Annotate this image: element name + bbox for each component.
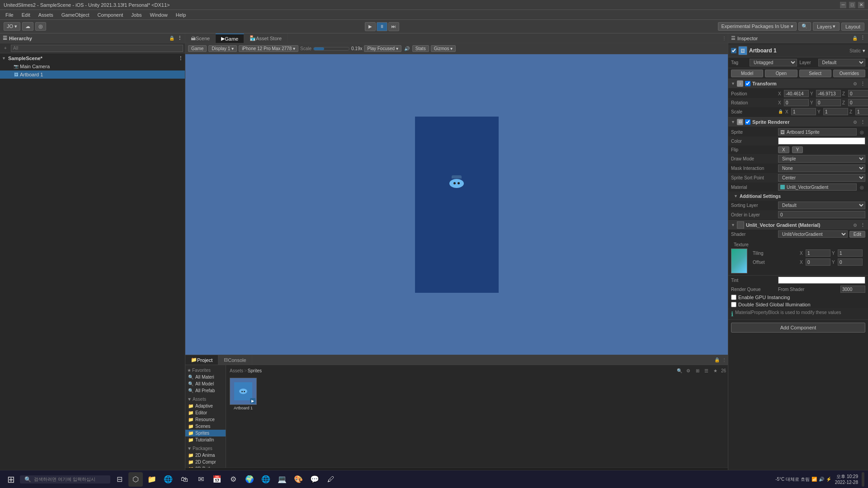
layout-dropdown[interactable]: Layout bbox=[841, 23, 864, 31]
menu-component[interactable]: Component bbox=[94, 11, 127, 19]
material-section-settings-icon[interactable]: ⚙ bbox=[851, 221, 859, 229]
taskbar-store-icon[interactable]: 🛍 bbox=[177, 472, 192, 487]
add-component-btn[interactable]: Add Component bbox=[731, 323, 865, 333]
order-in-layer-input[interactable] bbox=[778, 211, 865, 218]
shader-dropdown[interactable]: Unlit/VectorGradient bbox=[778, 230, 848, 238]
sprite-field[interactable]: 🖼 Artboard 1Sprite bbox=[778, 128, 857, 136]
rot-z-input[interactable] bbox=[848, 99, 868, 106]
stats-btn[interactable]: Stats bbox=[412, 45, 429, 52]
menu-edit[interactable]: Edit bbox=[18, 11, 34, 19]
menu-assets[interactable]: Assets bbox=[35, 11, 57, 19]
scale-x-input[interactable] bbox=[791, 108, 816, 115]
jo-dropdown[interactable]: JO ▾ bbox=[4, 22, 20, 31]
taskbar-earth-icon[interactable]: 🌍 bbox=[242, 472, 257, 487]
cloud-btn[interactable]: ☁ bbox=[22, 22, 33, 31]
play-focused-dropdown[interactable]: Play Focused ▾ bbox=[364, 45, 401, 52]
material-section-header[interactable]: ▼ Unlit_Vector Gradient (Material) ⚙ ⋮ bbox=[728, 221, 868, 230]
taskbar-mail-icon[interactable]: ✉ bbox=[193, 472, 208, 487]
transform-header[interactable]: ▼ ↕ Transform ⚙ ⋮ bbox=[728, 79, 868, 88]
display-dropdown[interactable]: Display 1 ▾ bbox=[208, 45, 237, 52]
hierarchy-search[interactable] bbox=[11, 45, 183, 52]
sidebar-2d-anim[interactable]: 📁 2D Anima bbox=[185, 452, 226, 459]
rot-y-input[interactable] bbox=[816, 99, 841, 106]
game-tab[interactable]: ▶ Game bbox=[216, 33, 244, 43]
scene-panel-menu[interactable]: ⋮ bbox=[721, 35, 728, 42]
offset-y-input[interactable] bbox=[838, 258, 863, 266]
taskbar-settings-icon[interactable]: ⚙ bbox=[226, 472, 241, 487]
inspector-lock-btn[interactable]: 🔒 bbox=[851, 35, 859, 42]
sidebar-all-materials[interactable]: 🔍 All Materi bbox=[185, 374, 226, 380]
rot-x-input[interactable] bbox=[784, 99, 809, 106]
scene-tab[interactable]: 🏔 Scene bbox=[185, 33, 216, 43]
overrides-btn[interactable]: Overrides bbox=[833, 70, 865, 77]
sidebar-packages-header[interactable]: ▼ Packages bbox=[185, 445, 226, 452]
hierarchy-artboard-item[interactable]: 🖼 Artboard 1 bbox=[0, 70, 185, 79]
menu-help[interactable]: Help bbox=[172, 11, 190, 19]
hierarchy-lock-btn[interactable]: 🔒 bbox=[168, 35, 175, 42]
transform-settings-icon[interactable]: ⚙ bbox=[851, 80, 859, 87]
sprite-renderer-header[interactable]: ▼ 🖼 Sprite Renderer ⚙ ⋮ bbox=[728, 117, 868, 127]
double-sided-gi-checkbox[interactable] bbox=[731, 302, 736, 307]
material-field[interactable]: Unlit_VectorGradient bbox=[778, 183, 857, 191]
hierarchy-add-btn[interactable]: + bbox=[2, 45, 9, 52]
pos-y-input[interactable] bbox=[816, 90, 841, 97]
offset-x-input[interactable] bbox=[806, 258, 830, 266]
sprite-renderer-settings-icon[interactable]: ⚙ bbox=[851, 118, 859, 126]
tiling-x-input[interactable] bbox=[806, 249, 830, 257]
sidebar-sprites[interactable]: 📁 Sprites bbox=[185, 430, 226, 436]
collab-btn[interactable]: ◎ bbox=[35, 22, 46, 31]
taskbar-code-icon[interactable]: 💻 bbox=[275, 472, 289, 487]
select-btn[interactable]: Select bbox=[799, 70, 831, 77]
project-list-icon[interactable]: ☰ bbox=[703, 367, 710, 374]
taskbar-task-view[interactable]: ⊟ bbox=[112, 472, 127, 487]
asset-store-tab[interactable]: 🏪 Asset Store bbox=[244, 33, 288, 43]
sidebar-assets-header[interactable]: ▼ Assets bbox=[185, 396, 226, 403]
layer-dropdown[interactable]: Default bbox=[818, 59, 866, 66]
menu-file[interactable]: File bbox=[2, 11, 17, 19]
tiling-y-input[interactable] bbox=[838, 249, 863, 257]
taskbar-adobe-icon[interactable]: 🎨 bbox=[291, 472, 306, 487]
menu-jobs[interactable]: Jobs bbox=[127, 11, 145, 19]
transform-enabled[interactable] bbox=[745, 81, 750, 86]
sidebar-editor[interactable]: 📁 Editor bbox=[185, 409, 226, 416]
scale-z-input[interactable] bbox=[855, 108, 868, 115]
sidebar-scenes[interactable]: 📁 Scenes bbox=[185, 423, 226, 430]
project-grid-icon[interactable]: ⊞ bbox=[694, 367, 701, 374]
taskbar-calendar-icon[interactable]: 📅 bbox=[210, 472, 224, 487]
scale-y-input[interactable] bbox=[823, 108, 848, 115]
resolution-dropdown[interactable]: iPhone 12 Pro Max 2778 ▾ bbox=[239, 45, 298, 52]
taskbar-edge-icon[interactable]: 🌐 bbox=[161, 472, 175, 487]
tag-dropdown[interactable]: Untagged bbox=[750, 59, 797, 66]
project-star-icon[interactable]: ★ bbox=[712, 367, 719, 374]
sprite-sort-point-dropdown[interactable]: Center bbox=[778, 174, 865, 182]
render-queue-value[interactable] bbox=[840, 286, 865, 293]
draw-mode-dropdown[interactable]: Simple bbox=[778, 155, 865, 163]
sidebar-tutorialin[interactable]: 📁 TutorialIn bbox=[185, 436, 226, 443]
taskbar-illustrator-icon[interactable]: 🖊 bbox=[324, 472, 338, 487]
project-search-icon[interactable]: 🔍 bbox=[676, 367, 683, 374]
sidebar-adaptive[interactable]: 📁 Adaptive bbox=[185, 403, 226, 409]
project-tab[interactable]: 📁 Project bbox=[185, 355, 218, 365]
flip-x-btn[interactable]: X bbox=[778, 146, 789, 153]
material-select-icon[interactable]: ◎ bbox=[858, 183, 865, 191]
mask-interaction-dropdown[interactable]: None bbox=[778, 164, 865, 172]
audio-btn[interactable]: 🔊 bbox=[403, 45, 410, 52]
flip-y-btn[interactable]: Y bbox=[792, 146, 803, 153]
hierarchy-camera-item[interactable]: 📷 Main Camera bbox=[0, 62, 185, 70]
sidebar-all-models[interactable]: 🔍 All Model bbox=[185, 380, 226, 387]
start-btn[interactable]: ⊞ bbox=[4, 472, 18, 487]
sidebar-all-prefabs[interactable]: 🔍 All Prefab bbox=[185, 387, 226, 394]
sidebar-2d-compr[interactable]: 📁 2D Compr bbox=[185, 459, 226, 465]
sprite-renderer-enabled[interactable] bbox=[745, 119, 750, 125]
project-settings-icon[interactable]: ⚙ bbox=[685, 367, 692, 374]
show-desktop-btn[interactable] bbox=[862, 472, 864, 487]
texture-preview[interactable] bbox=[731, 249, 747, 273]
gizmos-dropdown[interactable]: Gizmos ▾ bbox=[431, 45, 456, 52]
model-btn[interactable]: Model bbox=[731, 70, 763, 77]
play-button[interactable]: ▶ bbox=[365, 22, 376, 31]
shader-edit-btn[interactable]: Edit bbox=[849, 231, 865, 238]
artboard-asset-item[interactable]: ▶ Artboard 1 bbox=[230, 378, 257, 410]
maximize-btn[interactable]: □ bbox=[849, 2, 855, 8]
taskbar-kakaotalk-icon[interactable]: 💬 bbox=[307, 472, 322, 487]
menu-window[interactable]: Window bbox=[146, 11, 171, 19]
